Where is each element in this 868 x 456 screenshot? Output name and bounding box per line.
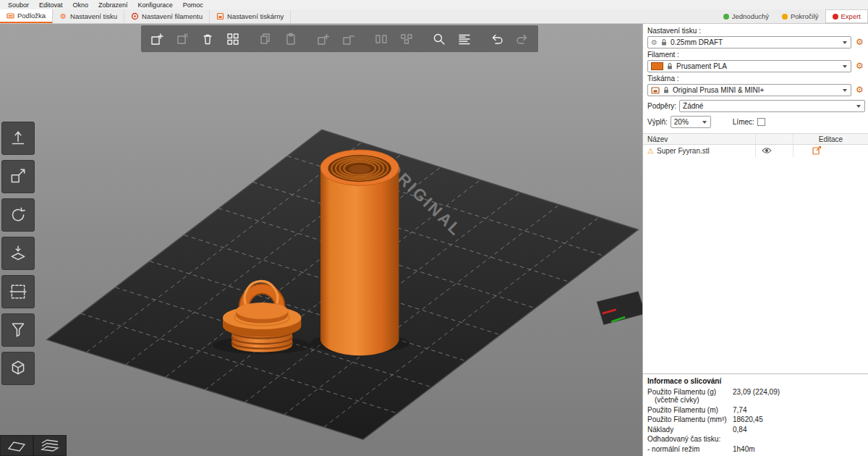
preset-gear-icon: ⚙ [651,38,658,46]
object-list-header: Název Editace [643,134,868,145]
menu-soubor[interactable]: Soubor [3,1,34,9]
edit-printer-button[interactable]: ⚙ [854,85,865,96]
mode-pokrocily[interactable]: Pokročilý [775,9,825,23]
filament-color-swatch [651,62,663,70]
brim-checkbox[interactable] [757,118,765,126]
slice-info-panel: Informace o slicování Použito Filamentu … [643,373,868,456]
slice-info-row: Odhadovaný čas tisku: [647,435,862,444]
info-value: 7,74 [733,406,862,415]
paste-button[interactable] [282,30,299,48]
print-settings-value: 0.25mm DRAFT [671,38,840,46]
object-name: Super Fyyran.stl [657,147,710,155]
tabbar-spacer [291,9,717,23]
support-blocker-tool-button[interactable] [1,352,35,385]
redo-button[interactable] [514,30,531,48]
tab-label: Podložka [17,12,46,20]
lock-icon [666,62,673,70]
variable-layer-height-button[interactable] [456,30,473,48]
tab-bar: Podložka ⚙ Nastavení tisku Nastavení fil… [0,9,868,24]
supports-value: Žádné [683,102,854,110]
object-row[interactable]: ⚠ Super Fyyran.stl [643,145,868,157]
split-to-parts-button[interactable] [398,30,415,48]
layers-view-icon[interactable] [33,435,67,456]
delete-button[interactable] [174,30,191,48]
mode-label: Pokročilý [791,12,819,20]
search-button[interactable] [430,30,448,48]
extruder-column-header [755,134,793,144]
filament-combo[interactable]: Prusament PLA [647,60,851,72]
edit-print-settings-button[interactable]: ⚙ [854,37,865,48]
rotate-tool-button[interactable] [1,198,35,232]
viewport-3d[interactable]: ORIGINAL [0,24,642,456]
tab-nastaveni-tisku[interactable]: ⚙ Nastavení tisku [53,9,124,23]
expert-mode-dot-icon [833,14,838,20]
undo-button[interactable] [488,30,506,48]
copy-button[interactable] [257,30,274,48]
brim-label: Límec: [733,118,754,126]
mode-expert[interactable]: Expert [825,9,868,23]
menu-okno[interactable]: Okno [68,1,94,9]
tab-label: Nastavení filamentu [142,12,203,20]
mode-label: Expert [841,12,861,20]
view-buttons [0,435,67,456]
simple-mode-dot-icon [723,14,729,20]
info-value: 23,09 (224,09) [733,388,862,397]
delete-all-button[interactable] [199,30,216,48]
mode-jednoduchy[interactable]: Jednoduchý [717,9,775,23]
left-toolbar [1,122,35,385]
slice-info-row: Náklady 0,84 [647,426,862,434]
info-label: Použito Filamentu (m) [647,406,733,415]
move-tool-button[interactable] [1,122,35,155]
print-settings-gear-icon: ⚙ [59,12,67,20]
infill-combo[interactable]: 20% [671,116,711,128]
scene-canvas: ORIGINAL [0,24,642,456]
print-settings-combo[interactable]: ⚙ 0.25mm DRAFT [647,36,851,48]
paint-support-tool-button[interactable] [1,313,35,347]
edit-object-icon[interactable] [812,145,822,156]
tab-nastaveni-tiskarny[interactable]: Nastavení tiskárny [210,9,291,23]
printer-icon [216,12,224,20]
right-sidebar: Nastavení tisku : ⚙ 0.25mm DRAFT ⚙ Filam… [642,24,868,456]
cut-tool-button[interactable] [1,275,35,308]
object-list-empty-area[interactable] [643,157,868,373]
menu-editovat[interactable]: Editovat [34,1,68,9]
info-value: 1h40m [733,445,862,454]
infill-value: 20% [674,118,699,126]
chevron-down-icon [702,121,707,124]
menu-pomoc[interactable]: Pomoc [178,1,208,9]
advanced-mode-dot-icon [782,14,788,20]
chevron-down-icon [843,89,847,92]
slice-info-row: Použito Filamentu (mm³) 18620,45 [647,415,862,424]
scale-tool-button[interactable] [1,160,35,193]
filament-label: Filament : [643,50,868,59]
menu-konfigurace[interactable]: Konfigurace [133,1,178,9]
split-to-objects-button[interactable] [373,30,390,48]
object-list: Název Editace ⚠ Super Fyyran.stl [643,133,868,157]
lock-icon [660,38,668,46]
add-object-button[interactable] [148,30,166,48]
remove-instance-button[interactable] [340,30,357,48]
info-label: - normální režim [647,445,733,454]
tab-nastaveni-filamentu[interactable]: Nastavení filamentu [124,9,210,23]
edit-column-header: Editace [793,134,868,144]
infill-label: Výplň: [647,118,668,126]
add-instance-button[interactable] [315,30,332,48]
print-settings-label: Nastavení tisku : [643,26,868,35]
eye-icon[interactable] [762,147,772,156]
menu-zobrazeni[interactable]: Zobrazení [93,1,133,9]
slice-info-title: Informace o slicování [647,377,862,385]
arrange-button[interactable] [224,30,242,48]
tab-podlozka[interactable]: Podložka [0,9,53,23]
printer-label: Tiskárna : [643,74,868,83]
tab-label: Nastavení tisku [70,12,117,20]
chevron-down-icon [843,41,847,44]
slice-info-row: Použito Filamentu (m) 7,74 [647,406,862,415]
place-on-face-tool-button[interactable] [1,237,35,270]
edit-filament-button[interactable]: ⚙ [854,61,865,72]
printer-mini-icon [651,87,660,94]
printer-combo[interactable]: Original Prusa MINI & MINI+ [647,84,851,96]
info-value: 18620,45 [733,415,862,424]
supports-combo[interactable]: Žádné [679,100,865,112]
printer-value: Original Prusa MINI & MINI+ [673,86,840,94]
bed-view-icon[interactable] [0,435,33,456]
